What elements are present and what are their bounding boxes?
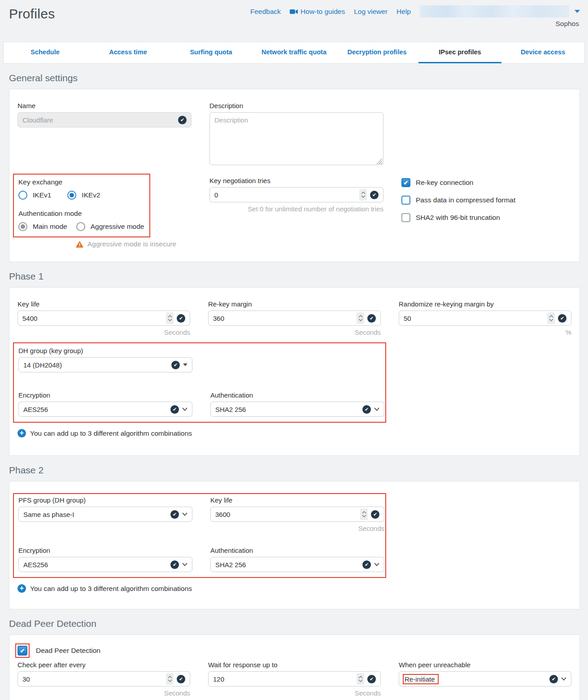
radio-aggressive-mode-label[interactable]: Aggressive mode [91,223,144,231]
phase2-encryption-select[interactable]: AES256 ✔ [18,557,192,572]
phase2-encryption-label: Encryption [18,547,192,554]
phase1-rekey-margin-input[interactable]: ✔ [208,311,381,326]
phase1-encryption-value: AES256 [23,406,168,413]
radio-ikev2-label[interactable]: IKEv2 [82,191,100,199]
annotation-box-dpd-checkbox: ✔ [15,643,30,658]
phase2-key-life-unit: Seconds [210,525,384,532]
phase1-rekey-margin-field: Re-key margin ✔ Seconds [208,300,381,336]
phase2-authentication-value: SHA2 256 [215,561,360,569]
dpd-check-peer-field: Check peer after every ✔ Seconds [17,661,190,697]
name-label: Name [17,102,192,109]
phase1-key-life-label: Key life [17,300,190,308]
number-stepper[interactable] [547,312,555,324]
phase1-encryption-field: Encryption AES256 ✔ [18,391,192,417]
dpd-check-peer-input[interactable]: ✔ [17,671,190,687]
dpd-wait-field: Wait for response up to ✔ Seconds [208,661,381,697]
number-stepper[interactable] [357,673,364,685]
dpd-wait-input[interactable]: ✔ [208,671,381,687]
phase1-randomize-input[interactable]: ✔ [399,311,571,326]
dpd-card: ✔ Dead Peer Detection Check peer after e… [9,634,580,700]
feedback-link[interactable]: Feedback [250,8,281,16]
key-negotiation-field: Key negotiation tries ✔ Set 0 for unlimi… [209,177,383,248]
phase2-heading: Phase 2 [9,465,588,476]
log-viewer-label: Log viewer [354,8,388,16]
add-combination-icon[interactable]: + [17,429,26,438]
phase2-card: PFS group (DH group) Same as phase-I ✔ K… [9,481,580,609]
phase1-rekey-margin-value[interactable] [213,315,354,322]
number-stepper[interactable] [360,508,368,520]
number-stepper[interactable] [166,673,174,685]
radio-main-mode-label[interactable]: Main mode [33,223,67,231]
dpd-unreachable-value: Re-initiate [405,675,435,683]
tab-device-access[interactable]: Device access [501,42,584,63]
phase1-key-life-input[interactable]: ✔ [17,311,190,326]
phase1-card: Key life ✔ Seconds Re-key margin [9,287,580,456]
phase1-dh-group-label: DH group (key group) [18,347,192,354]
tab-surfing-quota[interactable]: Surfing quota [170,42,253,63]
account-name-redacted[interactable] [420,5,569,18]
annotation-box-key-exchange: Key exchange IKEv1 IKEv2 Authentication … [13,174,150,237]
dpd-unreachable-select[interactable]: Re-initiate ✔ [399,671,571,687]
radio-ikev1-label[interactable]: IKEv1 [33,191,51,199]
howto-guides-label: How-to guides [301,8,345,16]
phase2-pfs-group-select[interactable]: Same as phase-I ✔ [18,507,192,522]
dpd-check-peer-label: Check peer after every [17,661,190,669]
help-link[interactable]: Help [396,8,411,16]
checkbox-dead-peer-detection[interactable]: ✔ [17,646,27,656]
tab-ipsec-profiles[interactable]: IPsec profiles [418,42,501,63]
checkbox-dead-peer-detection-label[interactable]: Dead Peer Detection [36,647,100,655]
checkbox-pass-data-compressed-label[interactable]: Pass data in compressed format [416,196,515,204]
number-stepper[interactable] [166,312,174,324]
tab-schedule[interactable]: Schedule [4,42,87,63]
checkbox-rekey-connection[interactable]: ✔ [401,178,410,187]
checkbox-sha2-truncation-label[interactable]: SHA2 with 96-bit truncation [416,214,500,222]
phase2-key-life-label: Key life [210,496,384,504]
checkbox-sha2-truncation[interactable] [401,213,410,222]
key-negotiation-value[interactable] [214,191,357,199]
description-textarea[interactable] [209,112,383,165]
tab-network-traffic-quota[interactable]: Network traffic quota [253,42,335,63]
log-viewer-link[interactable]: Log viewer [354,8,388,16]
checkbox-rekey-connection-label[interactable]: Re-key connection [416,179,473,187]
valid-check-badge-icon: ✔ [170,405,179,414]
phase1-key-life-unit: Seconds [17,328,190,336]
radio-main-mode[interactable] [18,222,27,231]
phase1-encryption-label: Encryption [18,391,192,399]
chevron-down-icon [374,563,379,566]
dpd-check-peer-unit: Seconds [17,689,190,697]
account-caret-down-icon[interactable] [575,10,580,13]
valid-check-badge-icon: ✔ [178,116,187,124]
number-stepper[interactable] [359,189,367,201]
valid-check-badge-icon: ✔ [367,675,376,683]
phase2-key-life-input[interactable]: ✔ [210,507,384,522]
phase2-key-life-value[interactable] [215,511,357,518]
valid-check-badge-icon: ✔ [549,675,558,683]
tab-decryption-profiles[interactable]: Decryption profiles [335,42,418,63]
aggressive-warning-text: Aggressive mode is insecure [87,240,176,248]
phase1-randomize-field: Randomize re-keying margin by ✔ % [399,300,571,336]
key-negotiation-input[interactable]: ✔ [209,187,383,202]
phase2-encryption-field: Encryption AES256 ✔ [18,547,192,572]
phase1-encryption-select[interactable]: AES256 ✔ [18,402,192,417]
number-stepper[interactable] [357,312,364,324]
radio-ikev1[interactable] [18,191,27,200]
brand-label: Sophos [555,20,579,28]
phase1-randomize-value[interactable] [404,315,544,322]
phase1-key-life-value[interactable] [22,315,163,322]
annotation-box-phase1-algorithms: DH group (key group) 14 (DH2048) ✔ Encry… [13,342,386,423]
checkbox-pass-data-compressed[interactable] [401,196,410,205]
radio-ikev2[interactable] [67,191,76,200]
phase1-authentication-select[interactable]: SHA2 256 ✔ [210,402,384,417]
dpd-wait-value[interactable] [213,675,354,683]
phase1-rekey-margin-label: Re-key margin [208,300,381,308]
general-settings-card: Name ✔ Description Key exchange IKEv1 [9,89,580,262]
dpd-check-peer-value[interactable] [22,675,163,683]
phase1-dh-group-select[interactable]: 14 (DH2048) ✔ [18,357,192,372]
phase2-pfs-group-value: Same as phase-I [23,511,168,518]
radio-aggressive-mode[interactable] [76,222,85,231]
dpd-unreachable-field: When peer unreachable Re-initiate ✔ [399,661,571,697]
howto-guides-link[interactable]: How-to guides [290,8,345,16]
add-combination-icon[interactable]: + [17,584,26,593]
phase2-authentication-select[interactable]: SHA2 256 ✔ [210,557,384,572]
tab-access-time[interactable]: Access time [87,42,170,63]
